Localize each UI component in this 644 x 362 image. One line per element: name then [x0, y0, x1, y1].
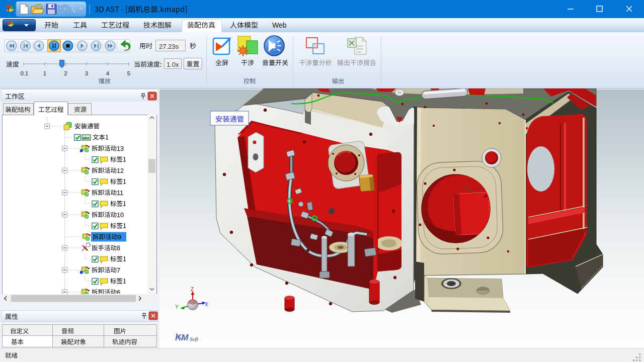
svg-text:Z: Z — [191, 287, 194, 292]
svg-text:abc: abc — [83, 136, 90, 140]
svg-text:Y: Y — [175, 304, 179, 310]
svg-text:Soft: Soft — [190, 336, 199, 342]
svg-text:X: X — [205, 302, 208, 307]
